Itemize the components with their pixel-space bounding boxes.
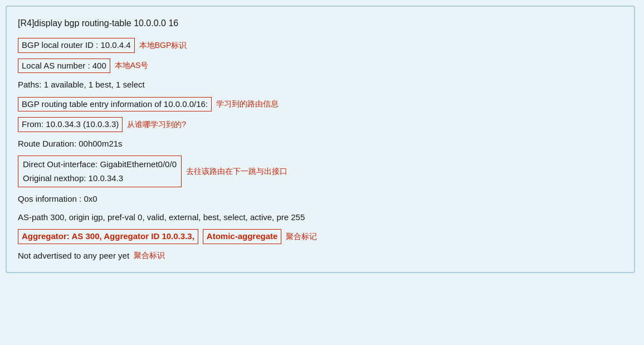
- local-as-annotation: 本地AS号: [115, 60, 149, 71]
- from-label: From: 10.0.34.3 (10.0.3.3): [22, 119, 119, 129]
- aggregator-box: Aggregator: AS 300, Aggregator ID 10.0.3…: [18, 229, 198, 244]
- original-nexthop-text: Original nexthop: 10.0.34.3: [23, 172, 177, 185]
- route-entry-annotation: 学习到的路由信息: [216, 98, 279, 110]
- as-path-line: AS-path 300, origin igp, pref-val 0, val…: [18, 211, 623, 224]
- from-line: From: 10.0.34.3 (10.0.3.3) 从谁哪学习到的?: [18, 117, 623, 132]
- route-entry-label: BGP routing table entry information of 1…: [22, 99, 208, 109]
- from-box: From: 10.0.34.3 (10.0.3.3): [18, 117, 123, 132]
- not-advertised-annotation: 聚合标识: [134, 250, 165, 261]
- nexthop-annotation: 去往该路由在下一跳与出接口: [186, 166, 287, 177]
- route-duration-line: Route Duration: 00h00m21s: [18, 138, 623, 150]
- atomic-label: Atomic-aggregate: [207, 231, 278, 241]
- atomic-box: Atomic-aggregate: [203, 229, 282, 244]
- not-advertised-line: Not advertised to any peer yet 聚合标识: [18, 250, 623, 263]
- not-advertised-text: Not advertised to any peer yet: [18, 250, 129, 263]
- qos-line: Qos information : 0x0: [18, 193, 623, 206]
- router-id-box: BGP local router ID : 10.0.4.4: [18, 38, 135, 53]
- paths-text: Paths: 1 available, 1 best, 1 select: [18, 79, 145, 91]
- as-path-text: AS-path 300, origin igp, pref-val 0, val…: [18, 211, 305, 224]
- local-as-box: Local AS number : 400: [18, 59, 110, 74]
- paths-line: Paths: 1 available, 1 best, 1 select: [18, 79, 623, 91]
- aggregator-annotation: 聚合标记: [286, 231, 317, 242]
- local-as-line: Local AS number : 400 本地AS号: [18, 59, 623, 74]
- nexthop-box: Direct Out-interface: GigabitEthernet0/0…: [18, 156, 182, 187]
- aggregator-line: Aggregator: AS 300, Aggregator ID 10.0.3…: [18, 229, 623, 244]
- router-id-line: BGP local router ID : 10.0.4.4 本地BGP标识: [18, 38, 623, 53]
- route-entry-box: BGP routing table entry information of 1…: [18, 97, 212, 112]
- router-id-annotation: 本地BGP标识: [139, 40, 187, 51]
- router-id-label: BGP local router ID : 10.0.4.4: [22, 40, 131, 50]
- nexthop-line: Direct Out-interface: GigabitEthernet0/0…: [18, 156, 623, 187]
- from-annotation: 从谁哪学习到的?: [127, 119, 186, 130]
- aggregator-label: Aggregator: AS 300, Aggregator ID 10.0.3…: [22, 231, 194, 241]
- route-duration-text: Route Duration: 00h00m21s: [18, 138, 123, 150]
- main-container: [R4]display bgp routing-table 10.0.0.0 1…: [6, 6, 635, 273]
- direct-out-text: Direct Out-interface: GigabitEthernet0/0…: [23, 158, 177, 171]
- command-text: [R4]display bgp routing-table 10.0.0.0 1…: [18, 17, 178, 30]
- route-entry-line: BGP routing table entry information of 1…: [18, 97, 623, 112]
- command-line: [R4]display bgp routing-table 10.0.0.0 1…: [18, 17, 623, 32]
- local-as-label: Local AS number : 400: [22, 61, 106, 70]
- qos-text: Qos information : 0x0: [18, 193, 97, 206]
